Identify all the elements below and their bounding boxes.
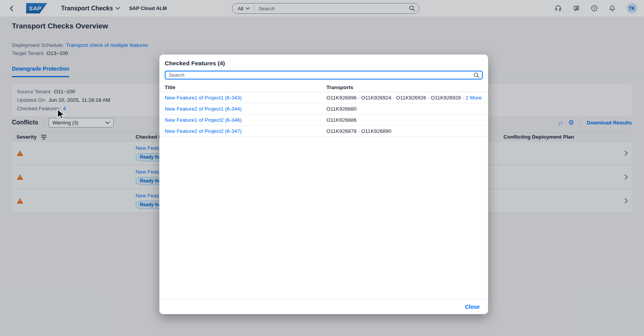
- dialog-search-input[interactable]: [165, 71, 483, 79]
- feature-row: New Feature2 of Project2 (6-347) O11K926…: [159, 126, 488, 137]
- feature-row: New Feature1 of Project2 (6-346) O11K926…: [159, 114, 488, 126]
- more-transports-link[interactable]: 2 More: [465, 95, 482, 101]
- transports-list: O11K926880: [326, 106, 357, 112]
- feature-title-link[interactable]: New Feature2 of Project2 (6-347): [165, 128, 242, 134]
- close-button[interactable]: Close: [463, 302, 482, 311]
- column-header-transports: Transports: [326, 84, 488, 90]
- feature-row: New Feature2 of Project1 (6-344) O11K926…: [159, 103, 488, 114]
- feature-title-link[interactable]: New Feature1 of Project2 (6-346): [165, 117, 242, 123]
- dialog-table-header: Title Transports: [159, 83, 488, 92]
- feature-title-link[interactable]: New Feature1 of Project1 (6-343): [165, 95, 242, 101]
- transports-list: O11K926896 · O11K926924 · O11K926926 · O…: [326, 95, 461, 101]
- checked-features-dialog: Checked Features (4) Title Transports Ne…: [159, 55, 488, 314]
- dialog-title: Checked Features (4): [159, 55, 488, 67]
- column-header-title: Title: [159, 84, 326, 90]
- transports-list: O11K926878 · O11K926890: [326, 128, 391, 134]
- search-icon[interactable]: [473, 72, 480, 80]
- feature-row: New Feature1 of Project1 (6-343) O11K926…: [159, 92, 488, 103]
- feature-title-link[interactable]: New Feature2 of Project1 (6-344): [165, 106, 242, 112]
- transports-list: O11K926886: [326, 117, 357, 123]
- dialog-footer: Close: [159, 299, 488, 314]
- separator: ·: [461, 95, 465, 101]
